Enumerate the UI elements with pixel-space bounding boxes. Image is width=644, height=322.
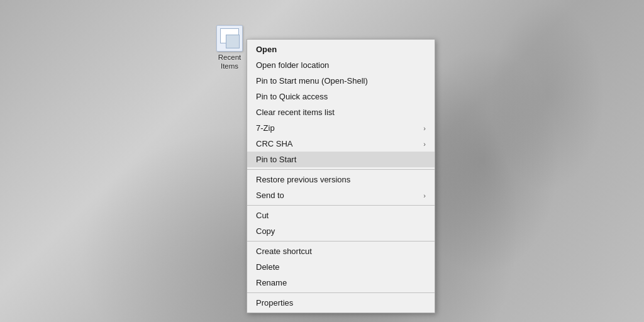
menu-separator xyxy=(247,292,435,293)
menu-item-clear-recent[interactable]: Clear recent items list xyxy=(247,104,435,120)
menu-item-label-pin-to-start-menu: Pin to Start menu (Open-Shell) xyxy=(256,76,368,86)
menu-item-pin-to-quick-access[interactable]: Pin to Quick access xyxy=(247,89,435,104)
menu-item-label-cut: Cut xyxy=(256,211,269,220)
menu-item-rename[interactable]: Rename xyxy=(247,275,435,291)
menu-item-restore-previous[interactable]: Restore previous versions xyxy=(247,172,435,187)
menu-item-create-shortcut[interactable]: Create shortcut xyxy=(247,243,435,259)
menu-item-copy[interactable]: Copy xyxy=(247,223,435,239)
desktop-icon-recent-items[interactable]: Recent Items xyxy=(208,25,252,71)
menu-item-properties[interactable]: Properties xyxy=(247,295,435,311)
menu-item-label-pin-to-quick-access: Pin to Quick access xyxy=(256,92,328,101)
menu-item-label-delete: Delete xyxy=(256,262,280,272)
menu-item-crc-sha[interactable]: CRC SHA› xyxy=(247,136,435,152)
menu-item-cut[interactable]: Cut xyxy=(247,208,435,223)
menu-item-7zip[interactable]: 7-Zip› xyxy=(247,120,435,136)
menu-item-open[interactable]: Open xyxy=(247,42,435,57)
icon-image xyxy=(216,25,243,52)
menu-item-label-restore-previous: Restore previous versions xyxy=(256,175,350,184)
menu-item-label-clear-recent: Clear recent items list xyxy=(256,108,335,117)
submenu-chevron-send-to: › xyxy=(423,192,426,199)
menu-separator xyxy=(247,241,435,242)
menu-item-label-crc-sha: CRC SHA xyxy=(256,139,293,148)
menu-item-label-7zip: 7-Zip xyxy=(256,123,275,133)
menu-separator xyxy=(247,169,435,170)
menu-item-label-open: Open xyxy=(256,45,277,54)
menu-item-label-open-folder-location: Open folder location xyxy=(256,60,329,70)
menu-item-delete[interactable]: Delete xyxy=(247,259,435,275)
menu-item-pin-to-start[interactable]: Pin to Start xyxy=(247,152,435,167)
menu-item-send-to[interactable]: Send to› xyxy=(247,187,435,203)
submenu-chevron-7zip: › xyxy=(423,125,426,132)
menu-item-label-send-to: Send to xyxy=(256,191,284,200)
menu-item-label-properties: Properties xyxy=(256,298,293,308)
context-menu: OpenOpen folder locationPin to Start men… xyxy=(247,39,435,313)
submenu-chevron-crc-sha: › xyxy=(423,140,426,148)
icon-label: Recent Items xyxy=(208,53,252,71)
menu-separator xyxy=(247,205,435,206)
menu-item-label-rename: Rename xyxy=(256,278,287,287)
menu-item-label-copy: Copy xyxy=(256,226,275,236)
menu-item-pin-to-start-menu[interactable]: Pin to Start menu (Open-Shell) xyxy=(247,73,435,89)
menu-item-label-pin-to-start: Pin to Start xyxy=(256,155,296,164)
menu-item-label-create-shortcut: Create shortcut xyxy=(256,247,312,256)
menu-item-open-folder-location[interactable]: Open folder location xyxy=(247,57,435,73)
